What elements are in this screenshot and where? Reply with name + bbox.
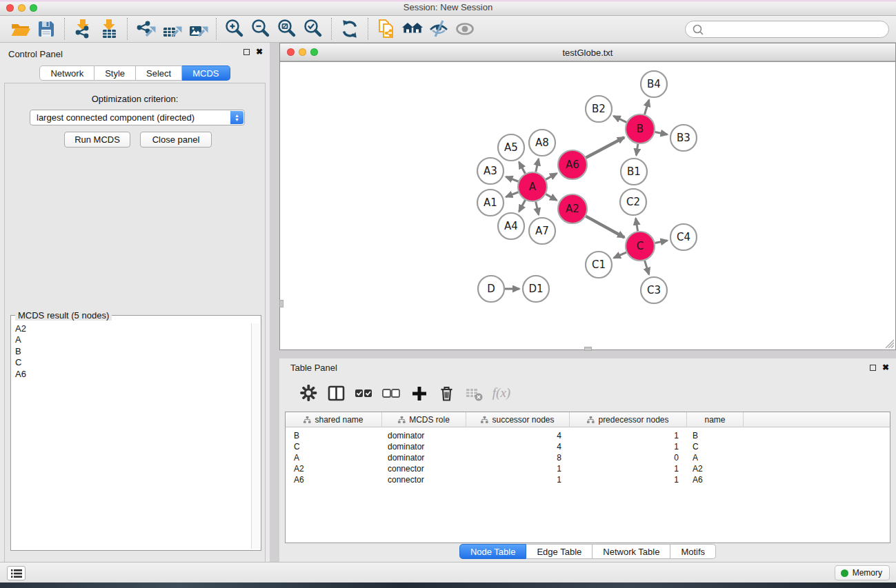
save-session-button[interactable]	[33, 17, 59, 41]
node-B1[interactable]: B1	[621, 159, 647, 185]
network-canvas[interactable]: B4B2BB3A5A8A6A3B1AA1C2A2A4A7CC4C1C3DD1	[280, 61, 895, 349]
edge-A-A7[interactable]	[536, 201, 539, 214]
node-A4[interactable]: A4	[498, 213, 524, 239]
show-details-button[interactable]	[452, 17, 478, 41]
result-item[interactable]: A	[12, 334, 250, 345]
tab-network-table[interactable]: Network Table	[593, 544, 670, 559]
node-D[interactable]: D	[478, 276, 504, 302]
edge-A-A6[interactable]	[546, 174, 557, 180]
close-panel-icon[interactable]: ✖	[256, 49, 263, 55]
node-A[interactable]: A	[518, 172, 547, 201]
delete-column-button[interactable]	[432, 381, 460, 405]
result-item[interactable]: C	[12, 357, 250, 368]
result-item[interactable]: A6	[12, 369, 250, 380]
task-history-button[interactable]	[7, 566, 26, 580]
float-table-panel-icon[interactable]	[870, 365, 876, 371]
edge-C-C1[interactable]	[614, 252, 626, 258]
export-table-button[interactable]	[159, 17, 185, 41]
node-A3[interactable]: A3	[477, 158, 504, 184]
criterion-dropdown[interactable]: largest connected component (directed) ▲…	[30, 110, 245, 125]
table-columns-button[interactable]	[322, 381, 350, 405]
node-A8[interactable]: A8	[529, 130, 555, 156]
node-B4[interactable]: B4	[641, 71, 667, 97]
function-builder-button[interactable]: f(x)	[488, 381, 515, 405]
add-column-button[interactable]	[405, 381, 432, 405]
zoom-in-button[interactable]	[221, 17, 248, 41]
zoom-fit-button[interactable]	[274, 17, 300, 41]
edge-C-C2[interactable]	[636, 219, 638, 232]
node-B3[interactable]: B3	[670, 125, 697, 151]
edge-B-B1[interactable]	[636, 144, 637, 155]
edge-A2-C[interactable]	[586, 216, 624, 238]
node-C4[interactable]: C4	[670, 224, 697, 250]
result-scrollbar[interactable]	[251, 323, 260, 549]
edge-A6-B[interactable]	[586, 137, 624, 158]
clear-checks-button[interactable]	[377, 381, 405, 405]
column-header-name[interactable]: name	[687, 412, 744, 427]
table-row[interactable]: Bdominator41B	[286, 430, 890, 441]
import-network-button[interactable]	[70, 17, 96, 41]
node-A5[interactable]: A5	[498, 134, 524, 161]
edge-A-A8[interactable]	[536, 159, 539, 172]
tab-select[interactable]: Select	[136, 65, 182, 81]
search-input[interactable]	[705, 23, 888, 37]
node-C3[interactable]: C3	[641, 277, 667, 303]
tab-motifs[interactable]: Motifs	[670, 544, 716, 559]
zoom-selected-button[interactable]	[300, 17, 326, 41]
edge-B-B2[interactable]	[614, 116, 627, 122]
delete-table-button[interactable]	[460, 381, 488, 405]
tab-network[interactable]: Network	[39, 65, 94, 81]
edge-A-A1[interactable]	[506, 192, 518, 197]
node-A7[interactable]: A7	[529, 218, 555, 244]
node-C2[interactable]: C2	[620, 189, 646, 215]
run-mcds-button[interactable]: Run MCDS	[64, 132, 130, 148]
edge-A-A4[interactable]	[519, 200, 525, 212]
table-row[interactable]: A6connector11A6	[286, 474, 890, 485]
houses-button[interactable]	[399, 17, 426, 41]
select-all-checks-button[interactable]	[350, 381, 377, 405]
tab-mcds[interactable]: MCDS	[182, 65, 230, 81]
node-C1[interactable]: C1	[586, 252, 612, 278]
import-table-button[interactable]	[96, 17, 122, 41]
node-A2[interactable]: A2	[558, 194, 587, 223]
node-D1[interactable]: D1	[523, 276, 549, 302]
column-header-predecessor-nodes[interactable]: predecessor nodes	[570, 412, 687, 427]
close-table-panel-icon[interactable]: ✖	[882, 365, 889, 371]
tab-style[interactable]: Style	[94, 65, 136, 81]
edge-B-B3[interactable]	[655, 132, 668, 134]
edge-C-C4[interactable]	[655, 241, 668, 243]
close-panel-button[interactable]: Close panel	[140, 132, 212, 148]
refresh-network-button[interactable]	[337, 17, 363, 41]
network-window-titlebar[interactable]: testGlobe.txt	[280, 43, 895, 61]
column-header-MCDS-role[interactable]: MCDS role	[382, 412, 466, 427]
open-file-button[interactable]	[7, 17, 33, 41]
edge-A-A2[interactable]	[546, 194, 557, 201]
result-item[interactable]: B	[12, 346, 250, 357]
network-document-button[interactable]	[373, 17, 399, 41]
resize-grip-icon[interactable]	[883, 337, 894, 348]
node-A1[interactable]: A1	[477, 190, 504, 216]
edge-B-B4[interactable]	[644, 100, 648, 114]
result-item[interactable]: A2	[12, 323, 250, 334]
export-network-button[interactable]	[132, 17, 159, 41]
edge-A-A3[interactable]	[506, 176, 518, 181]
node-C[interactable]: C	[626, 232, 655, 261]
hide-details-button[interactable]	[426, 17, 452, 41]
float-panel-icon[interactable]	[243, 49, 250, 55]
node-B2[interactable]: B2	[586, 96, 612, 122]
table-row[interactable]: Adominator80A	[286, 452, 890, 463]
tab-node-table[interactable]: Node Table	[459, 544, 527, 559]
edge-A-A5[interactable]	[519, 162, 525, 174]
zoom-out-button[interactable]	[248, 17, 274, 41]
tab-edge-table[interactable]: Edge Table	[526, 544, 593, 559]
memory-button[interactable]: Memory	[835, 565, 890, 580]
table-settings-button[interactable]	[295, 381, 322, 405]
column-header-successor-nodes[interactable]: successor nodes	[466, 412, 570, 427]
table-row[interactable]: Cdominator41C	[286, 441, 890, 452]
search-box[interactable]	[685, 21, 889, 38]
edge-C-C3[interactable]	[645, 261, 649, 274]
column-header-shared-name[interactable]: shared name	[286, 412, 382, 427]
node-A6[interactable]: A6	[558, 150, 587, 179]
node-B[interactable]: B	[626, 114, 655, 143]
export-image-button[interactable]	[185, 17, 211, 41]
